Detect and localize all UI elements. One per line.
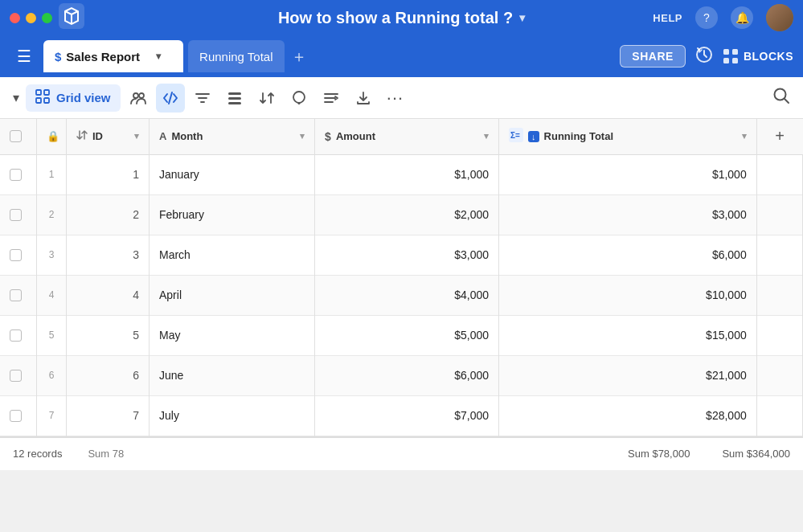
color-button[interactable] (285, 84, 313, 113)
minimize-button[interactable] (26, 13, 36, 23)
table-row[interactable]: 4 4 April $4,000 $10,000 (0, 275, 803, 315)
row-checkbox-cell[interactable] (0, 395, 37, 436)
add-tab-button[interactable]: ＋ (291, 46, 307, 68)
th-lock: 🔒 (37, 119, 67, 154)
row-checkbox[interactable] (10, 410, 22, 422)
view-bar: ▾ Grid view (0, 77, 803, 119)
share-button[interactable]: SHARE (620, 45, 686, 68)
history-icon[interactable] (695, 46, 713, 68)
svg-rect-2 (723, 49, 729, 55)
view-toggle-button[interactable]: ▾ (13, 90, 19, 105)
row-month[interactable]: March (149, 235, 314, 275)
row-month[interactable]: June (149, 355, 314, 395)
id-sort-icon (76, 129, 88, 143)
th-id[interactable]: ID ▾ (66, 119, 149, 154)
row-running-total: $6,000 (499, 235, 757, 275)
row-id: 1 (66, 154, 149, 194)
svg-rect-7 (44, 90, 49, 95)
grid-view-button[interactable]: Grid view (26, 84, 121, 112)
th-amount[interactable]: $ Amount ▾ (315, 119, 499, 154)
th-running-caret[interactable]: ▾ (742, 131, 747, 141)
row-month[interactable]: January (149, 154, 314, 194)
more-options-button[interactable]: ··· (381, 84, 410, 113)
table-row[interactable]: 7 7 July $7,000 $28,000 (0, 395, 803, 436)
footer-sum-amount: Sum $78,000 (628, 448, 690, 460)
lock-icon: 🔒 (47, 130, 59, 142)
svg-text:Σ=: Σ= (510, 131, 520, 140)
row-checkbox-cell[interactable] (0, 154, 37, 194)
row-month[interactable]: May (149, 315, 314, 355)
row-checkbox[interactable] (10, 329, 22, 342)
row-id: 6 (66, 355, 149, 395)
code-view-button[interactable] (156, 84, 185, 113)
row-checkbox[interactable] (10, 249, 22, 261)
th-amount-caret[interactable]: ▾ (484, 131, 489, 141)
maximize-button[interactable] (42, 13, 52, 23)
app-logo (59, 3, 84, 32)
avatar-image (766, 4, 793, 31)
row-checkbox-cell[interactable] (0, 275, 37, 315)
row-running-total: $3,000 (499, 194, 757, 235)
row-checkbox-cell[interactable] (0, 315, 37, 355)
table-row[interactable]: 2 2 February $2,000 $3,000 (0, 194, 803, 235)
row-amount: $5,000 (315, 315, 499, 355)
blocks-button[interactable]: BLOCKS (723, 48, 793, 64)
title-dropdown-arrow[interactable]: ▾ (519, 11, 525, 24)
row-checkbox[interactable] (10, 289, 22, 301)
help-label: HELP (653, 12, 682, 24)
running-total-icon-badge: ↓ (528, 131, 539, 142)
grid-icon (35, 89, 50, 107)
svg-rect-17 (228, 102, 241, 104)
row-month[interactable]: February (149, 194, 314, 235)
th-month[interactable]: A Month ▾ (149, 119, 314, 154)
blocks-label: BLOCKS (744, 50, 793, 63)
row-extra (756, 355, 802, 395)
row-extra (756, 315, 802, 355)
row-checkbox-cell[interactable] (0, 194, 37, 235)
row-checkbox-cell[interactable] (0, 235, 37, 275)
table-row[interactable]: 6 6 June $6,000 $21,000 (0, 355, 803, 395)
row-amount: $1,000 (315, 154, 499, 194)
sort-button[interactable] (252, 84, 281, 113)
th-month-label: Month (171, 130, 203, 142)
filter-button[interactable] (188, 84, 217, 113)
tab-sales-report[interactable]: $ Sales Report ▾ (43, 40, 183, 72)
th-checkbox[interactable] (0, 119, 37, 154)
row-checkbox[interactable] (10, 370, 22, 382)
table-row[interactable]: 5 5 May $5,000 $15,000 (0, 315, 803, 355)
svg-rect-8 (36, 98, 41, 103)
tab-dropdown-arrow[interactable]: ▾ (145, 40, 172, 72)
row-number: 4 (37, 275, 67, 315)
row-checkbox-cell[interactable] (0, 355, 37, 395)
table-header-row: 🔒 ID ▾ (0, 119, 803, 154)
row-checkbox[interactable] (10, 169, 22, 181)
row-month[interactable]: July (149, 395, 314, 436)
row-running-total: $21,000 (499, 355, 757, 395)
row-number: 1 (37, 154, 67, 194)
row-extra (756, 194, 802, 235)
row-checkbox[interactable] (10, 209, 22, 221)
table-row[interactable]: 1 1 January $1,000 $1,000 (0, 154, 803, 194)
tab-running-total-label: Running Total (199, 50, 272, 63)
close-button[interactable] (10, 13, 20, 23)
avatar[interactable] (766, 4, 793, 31)
th-running-total[interactable]: Σ= ↓ Running Total ▾ (499, 119, 757, 154)
menu-button[interactable]: ☰ (10, 42, 39, 71)
group-button[interactable] (220, 84, 249, 113)
row-number: 3 (37, 235, 67, 275)
th-id-caret[interactable]: ▾ (134, 131, 139, 141)
notification-icon[interactable]: 🔔 (731, 6, 753, 29)
svg-point-11 (139, 93, 144, 98)
help-icon[interactable]: ? (695, 6, 718, 29)
wrap-button[interactable] (317, 84, 346, 113)
search-button[interactable] (772, 87, 790, 108)
th-month-caret[interactable]: ▾ (300, 131, 305, 141)
row-month[interactable]: April (149, 275, 314, 315)
table-row[interactable]: 3 3 March $3,000 $6,000 (0, 235, 803, 275)
tab-running-total[interactable]: Running Total (188, 40, 284, 72)
th-add-column[interactable]: + (756, 119, 802, 154)
export-button[interactable] (349, 84, 378, 113)
people-view-button[interactable] (124, 84, 153, 113)
header-checkbox[interactable] (10, 130, 22, 142)
add-column-icon[interactable]: + (775, 127, 785, 145)
